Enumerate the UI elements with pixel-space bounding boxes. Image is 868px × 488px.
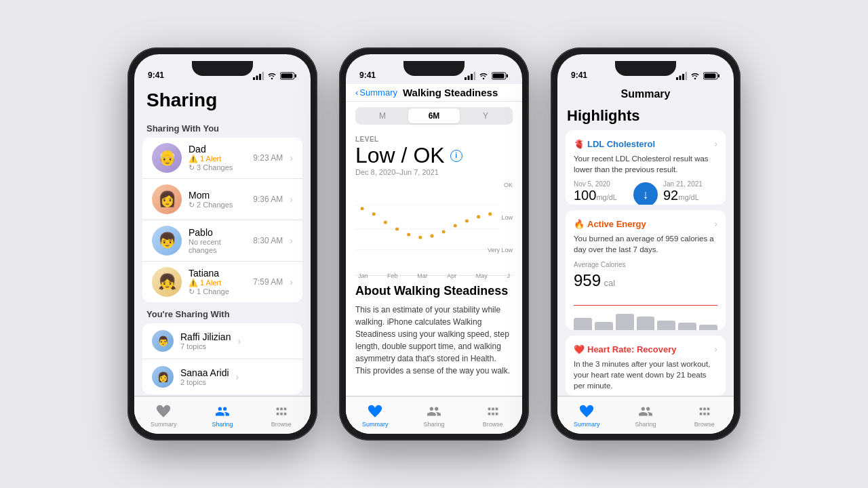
sharing-item-dad[interactable]: 👴 Dad ⚠️ 1 Alert ↻ 3 Changes 9:23 AM › bbox=[142, 138, 302, 179]
avatar-sanaa: 👩 bbox=[152, 366, 174, 388]
level-value: Low / OK i bbox=[355, 143, 513, 168]
svg-rect-34 bbox=[718, 75, 719, 78]
label-low: Low bbox=[501, 214, 513, 221]
alert-tatiana: ⚠️ 1 Alert bbox=[189, 279, 246, 287]
sharing-with-you-list: 👴 Dad ⚠️ 1 Alert ↻ 3 Changes 9:23 AM › 👩… bbox=[142, 138, 302, 302]
heart-chevron: › bbox=[714, 344, 717, 354]
svg-point-23 bbox=[430, 235, 433, 238]
label-very-low: Very Low bbox=[488, 247, 513, 253]
svg-rect-12 bbox=[507, 75, 508, 78]
bar-s1 bbox=[678, 323, 696, 330]
svg-point-27 bbox=[477, 215, 480, 218]
svg-rect-7 bbox=[465, 77, 467, 80]
cholesterol-chevron: › bbox=[714, 138, 717, 149]
segment-6m[interactable]: 6M bbox=[408, 108, 460, 123]
sharing-item-mom[interactable]: 👩 Mom ↻ 2 Changes 9:36 AM › bbox=[142, 179, 302, 220]
signal-icon-3 bbox=[676, 72, 687, 80]
svg-rect-13 bbox=[493, 74, 505, 79]
section-sharing-with-you: Sharing With You bbox=[134, 117, 311, 138]
svg-point-24 bbox=[442, 230, 446, 234]
segment-m[interactable]: M bbox=[357, 108, 408, 123]
sharing-item-tatiana[interactable]: 👧 Tatiana ⚠️ 1 Alert ↻ 1 Change 7:59 AM … bbox=[142, 262, 302, 302]
phone-summary: 9:41 Summary Highlight bbox=[551, 47, 741, 441]
you-sharing-sanaa[interactable]: 👩 Sanaa Aridi 2 topics › bbox=[142, 359, 302, 394]
x-label-may: May bbox=[476, 272, 488, 279]
tab-sharing-label-1: Sharing bbox=[212, 421, 233, 428]
calories-unit: cal bbox=[604, 278, 616, 288]
calories-value: 959 bbox=[574, 271, 601, 289]
chevron-raffi: › bbox=[237, 336, 241, 346]
tab-sharing-3[interactable]: Sharing bbox=[616, 403, 675, 428]
sharing-info-mom: Mom ↻ 2 Changes bbox=[189, 190, 246, 209]
svg-rect-8 bbox=[468, 76, 470, 81]
sharing-info-pablo: Pablo No recent changes bbox=[189, 227, 246, 254]
tab-summary-2[interactable]: Summary bbox=[346, 403, 405, 428]
summary-nav-title: Summary bbox=[557, 84, 734, 103]
tab-browse-3[interactable]: Browse bbox=[675, 403, 734, 428]
walking-chart: OK Low Very Low bbox=[355, 182, 513, 270]
cholesterol-card[interactable]: 🫀 LDL Cholesterol › Your recent LDL Chol… bbox=[566, 130, 726, 205]
x-label-jan: Jan bbox=[358, 272, 368, 279]
chevron-back-icon: ‹ bbox=[355, 87, 358, 98]
bar-s2 bbox=[699, 325, 717, 330]
chevron-pablo: › bbox=[290, 235, 293, 246]
browse-icon-3 bbox=[696, 403, 713, 420]
level-label: LEVEL bbox=[355, 136, 513, 143]
tab-sharing-2[interactable]: Sharing bbox=[405, 403, 464, 428]
phone-sharing: 9:41 Sharing bbox=[127, 47, 317, 441]
notch-2 bbox=[403, 61, 465, 76]
svg-rect-30 bbox=[679, 76, 682, 81]
you-sharing-info-raffi: Raffi Jilizian 7 topics bbox=[180, 331, 231, 350]
you-sharing-list: 👨 Raffi Jilizian 7 topics › 👩 Sanaa Arid… bbox=[142, 323, 302, 394]
you-sharing-info-sanaa: Sanaa Aridi 2 topics bbox=[180, 367, 229, 386]
tab-browse-2[interactable]: Browse bbox=[463, 403, 522, 428]
battery-icon-2 bbox=[492, 72, 509, 80]
name-dad: Dad bbox=[189, 144, 246, 155]
chart-x-labels: Jan Feb Mar Apr May J bbox=[355, 272, 513, 279]
tab-bar-3: Summary Sharing Browse bbox=[557, 396, 734, 434]
tab-browse-label-3: Browse bbox=[694, 421, 715, 428]
status-icons-3 bbox=[676, 72, 720, 80]
segment-y[interactable]: Y bbox=[460, 108, 511, 123]
sharing-item-pablo[interactable]: 👦 Pablo No recent changes 8:30 AM › bbox=[142, 220, 302, 262]
summary-icon-1 bbox=[155, 403, 172, 420]
time-pablo: 8:30 AM bbox=[253, 236, 283, 245]
walking-nav-bar: ‹ Summary Walking Steadiness bbox=[346, 84, 522, 102]
info-icon[interactable]: i bbox=[450, 150, 462, 162]
notch-3 bbox=[615, 61, 676, 76]
status-time-2: 9:41 bbox=[359, 70, 376, 80]
cholesterol-card-header: 🫀 LDL Cholesterol › bbox=[574, 138, 717, 149]
raffi-name: Raffi Jilizian bbox=[180, 331, 231, 342]
chevron-tatiana: › bbox=[290, 277, 293, 287]
energy-desc: You burned an average of 959 calories a … bbox=[574, 233, 717, 255]
cholesterol-icon: 🫀 bbox=[574, 139, 585, 149]
x-label-mar: Mar bbox=[417, 272, 428, 279]
tab-summary-1[interactable]: Summary bbox=[134, 403, 193, 428]
chevron-sanaa: › bbox=[236, 371, 239, 382]
chol-item-1: Nov 5, 2020 100mg/dL bbox=[574, 180, 628, 205]
x-label-feb: Feb bbox=[387, 272, 398, 279]
svg-point-17 bbox=[361, 207, 364, 210]
svg-point-22 bbox=[418, 236, 422, 239]
chol-unit-1: mg/dL bbox=[596, 193, 617, 201]
chart-right-labels: OK Low Very Low bbox=[488, 182, 513, 253]
bar-t1 bbox=[595, 322, 613, 331]
changes-dad: ↻ 3 Changes bbox=[189, 163, 246, 172]
calories-avg-line bbox=[574, 305, 717, 306]
chevron-mom: › bbox=[290, 194, 293, 205]
sharing-icon-2 bbox=[426, 403, 442, 420]
chol-item-2: Jan 21, 2021 92mg/dL bbox=[663, 180, 717, 205]
tab-browse-1[interactable]: Browse bbox=[252, 403, 311, 428]
changes-tatiana: ↻ 1 Change bbox=[189, 287, 246, 296]
battery-icon-3 bbox=[703, 72, 720, 80]
tab-sharing-1[interactable]: Sharing bbox=[193, 403, 252, 428]
avatar-pablo: 👦 bbox=[152, 226, 182, 256]
heart-card[interactable]: ❤️ Heart Rate: Recovery › In the 3 minut… bbox=[566, 336, 726, 396]
you-sharing-raffi[interactable]: 👨 Raffi Jilizian 7 topics › bbox=[142, 323, 302, 359]
tab-summary-3[interactable]: Summary bbox=[557, 403, 616, 428]
nav-back-button[interactable]: ‹ Summary bbox=[355, 87, 397, 98]
sanaa-name: Sanaa Aridi bbox=[180, 367, 229, 378]
chevron-dad: › bbox=[290, 152, 293, 163]
energy-card[interactable]: 🔥 Active Energy › You burned an average … bbox=[566, 210, 726, 330]
svg-rect-5 bbox=[295, 75, 296, 78]
